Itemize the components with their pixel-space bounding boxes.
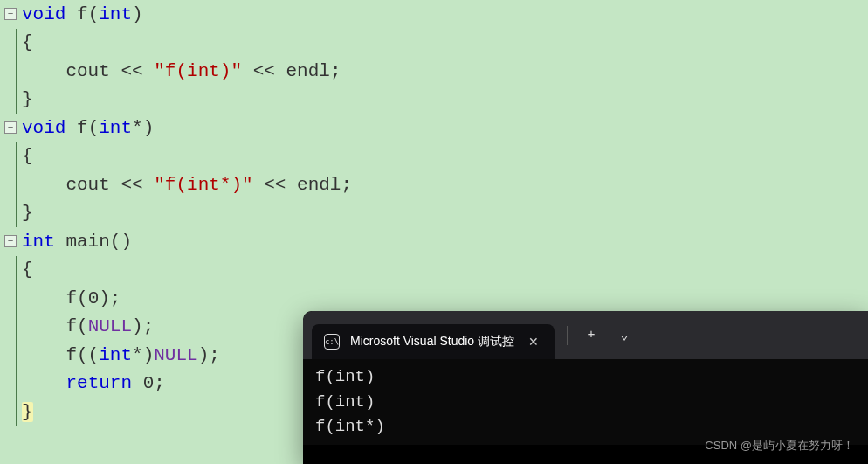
watermark-text: CSDN @是屿小夏在努力呀！ xyxy=(705,438,854,454)
code-line[interactable]: { xyxy=(4,29,868,58)
code-text: void f(int*) xyxy=(22,118,154,138)
code-text: f(0); xyxy=(22,288,121,308)
code-text: } xyxy=(22,89,33,109)
code-text: f((int*)NULL); xyxy=(22,345,220,365)
tab-title: Microsoft Visual Studio 调试控 xyxy=(350,334,514,350)
new-tab-button[interactable]: + xyxy=(576,321,606,350)
code-text: } xyxy=(22,203,33,223)
divider xyxy=(567,326,568,345)
code-text: cout << "f(int*)" << endl; xyxy=(22,175,352,195)
code-line[interactable]: { xyxy=(4,142,868,171)
code-text: return 0; xyxy=(22,373,165,393)
code-text: { xyxy=(22,146,33,166)
terminal-titlebar: c:\ Microsoft Visual Studio 调试控 ✕ + ⌄ xyxy=(303,311,868,359)
terminal-line: f(int) xyxy=(315,390,856,415)
code-text: int main() xyxy=(22,232,132,252)
fold-toggle[interactable]: − xyxy=(4,121,17,134)
terminal-output: f(int)f(int)f(int*) xyxy=(303,359,868,445)
code-line[interactable]: −void f(int*) xyxy=(4,114,868,142)
code-text: void f(int) xyxy=(22,4,143,24)
code-line[interactable]: f(0); xyxy=(4,284,868,313)
terminal-line: f(int*) xyxy=(315,414,856,440)
code-line[interactable]: cout << "f(int)" << endl; xyxy=(4,57,868,86)
code-text: cout << "f(int)" << endl; xyxy=(22,61,341,81)
code-text: } xyxy=(22,402,33,422)
code-line[interactable]: −void f(int) xyxy=(4,0,868,29)
code-line[interactable]: } xyxy=(4,199,868,228)
code-text: { xyxy=(22,32,33,52)
tab-controls: + ⌄ xyxy=(561,321,639,350)
code-text: { xyxy=(22,260,33,280)
code-line[interactable]: { xyxy=(4,256,868,285)
code-line[interactable]: cout << "f(int*)" << endl; xyxy=(4,170,868,199)
terminal-window: c:\ Microsoft Visual Studio 调试控 ✕ + ⌄ f(… xyxy=(303,311,868,464)
fold-toggle[interactable]: − xyxy=(4,8,17,20)
code-line[interactable]: } xyxy=(4,86,868,114)
code-text: f(NULL); xyxy=(22,316,154,336)
terminal-line: f(int) xyxy=(315,364,856,390)
code-line[interactable]: −int main() xyxy=(4,227,868,256)
dropdown-button[interactable]: ⌄ xyxy=(610,321,639,350)
terminal-tab[interactable]: c:\ Microsoft Visual Studio 调试控 ✕ xyxy=(312,324,555,359)
terminal-icon: c:\ xyxy=(324,334,340,350)
close-icon[interactable]: ✕ xyxy=(525,333,542,350)
fold-toggle[interactable]: − xyxy=(4,235,17,247)
